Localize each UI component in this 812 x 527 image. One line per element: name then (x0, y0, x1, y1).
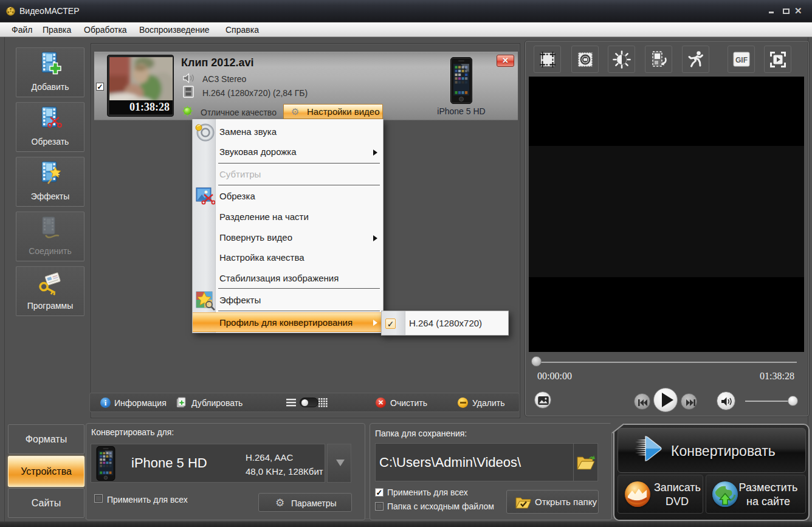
svg-text:GIF: GIF (735, 55, 748, 64)
